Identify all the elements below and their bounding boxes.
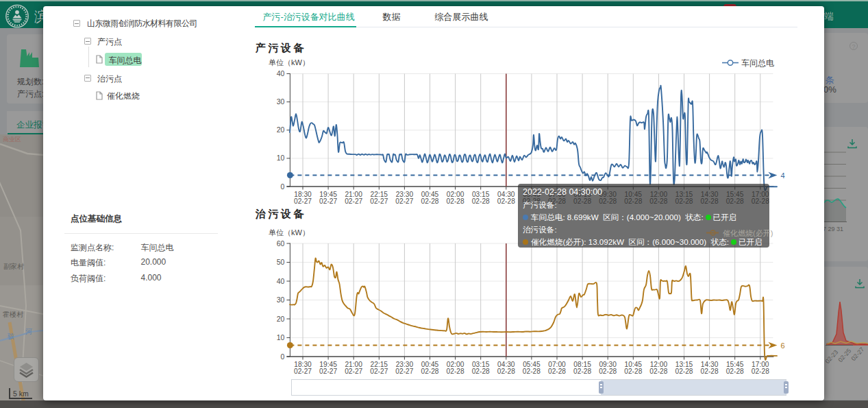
svg-text:副家村: 副家村 xyxy=(3,263,25,270)
svg-text:10: 10 xyxy=(277,154,285,162)
svg-text:02-28: 02-28 xyxy=(447,368,464,375)
svg-text:02-28: 02-28 xyxy=(523,368,541,375)
svg-text:02-28: 02-28 xyxy=(675,368,693,375)
svg-text:单位（kW）: 单位（kW） xyxy=(269,228,310,237)
svg-text:商业区: 商业区 xyxy=(3,136,21,143)
svg-text:02-28: 02-28 xyxy=(752,368,769,375)
svg-text:02-28: 02-28 xyxy=(472,197,490,205)
svg-text:30: 30 xyxy=(277,296,285,304)
svg-text:02-28: 02-28 xyxy=(548,368,566,375)
svg-text:10: 10 xyxy=(277,333,285,341)
svg-text:02-28: 02-28 xyxy=(421,197,438,205)
svg-text:02-28: 02-28 xyxy=(573,368,591,375)
svg-text:02-28: 02-28 xyxy=(726,368,744,375)
svg-text:产污设备: 产污设备 xyxy=(255,42,306,53)
svg-text:02-28: 02-28 xyxy=(649,368,667,375)
svg-text:02-27: 02-27 xyxy=(345,197,362,205)
svg-text:02-28: 02-28 xyxy=(447,197,464,205)
svg-text:02-28: 02-28 xyxy=(599,368,617,375)
svg-text:治污设备: 治污设备 xyxy=(255,208,306,219)
svg-text:4: 4 xyxy=(780,171,784,180)
svg-text:02-27: 02-27 xyxy=(319,368,337,375)
svg-text:02-27: 02-27 xyxy=(850,346,866,362)
svg-text:骇: 骇 xyxy=(8,333,14,340)
svg-text:02-27: 02-27 xyxy=(319,197,337,205)
svg-text:02-27: 02-27 xyxy=(294,368,312,375)
svg-text:催化燃烧(必开): 催化燃烧(必开) xyxy=(723,229,773,237)
svg-text:02-27: 02-27 xyxy=(370,368,388,375)
svg-text:30: 30 xyxy=(277,97,285,106)
svg-text:02-27: 02-27 xyxy=(370,197,388,205)
svg-text:02-28: 02-28 xyxy=(472,368,490,375)
svg-text:02-25: 02-25 xyxy=(837,347,853,363)
svg-text:6: 6 xyxy=(780,341,784,350)
svg-text:单位（kW）: 单位（kW） xyxy=(269,58,310,67)
svg-text:河: 河 xyxy=(25,328,32,335)
svg-text:02-23: 02-23 xyxy=(826,348,839,365)
svg-text:霍楼村: 霍楼村 xyxy=(3,311,24,318)
svg-text:02-27: 02-27 xyxy=(395,368,413,375)
svg-text:0: 0 xyxy=(281,182,285,191)
svg-text:02-27: 02-27 xyxy=(294,197,312,205)
svg-text:02-27: 02-27 xyxy=(345,368,362,375)
svg-text:02-28: 02-28 xyxy=(497,197,515,205)
svg-text:0: 0 xyxy=(281,352,285,361)
svg-text:20: 20 xyxy=(277,315,285,323)
svg-text:02-28: 02-28 xyxy=(497,368,515,375)
svg-text:02-28: 02-28 xyxy=(421,368,438,375)
svg-text:40: 40 xyxy=(277,277,285,285)
svg-text:50: 50 xyxy=(277,258,285,266)
svg-text:60: 60 xyxy=(277,239,285,248)
svg-text:20: 20 xyxy=(277,125,285,134)
svg-text:02-28: 02-28 xyxy=(624,368,642,375)
svg-text:02-27: 02-27 xyxy=(395,197,413,205)
svg-text:车间总电: 车间总电 xyxy=(741,58,774,68)
svg-text:40: 40 xyxy=(277,69,285,77)
svg-text:02-28: 02-28 xyxy=(701,368,719,375)
